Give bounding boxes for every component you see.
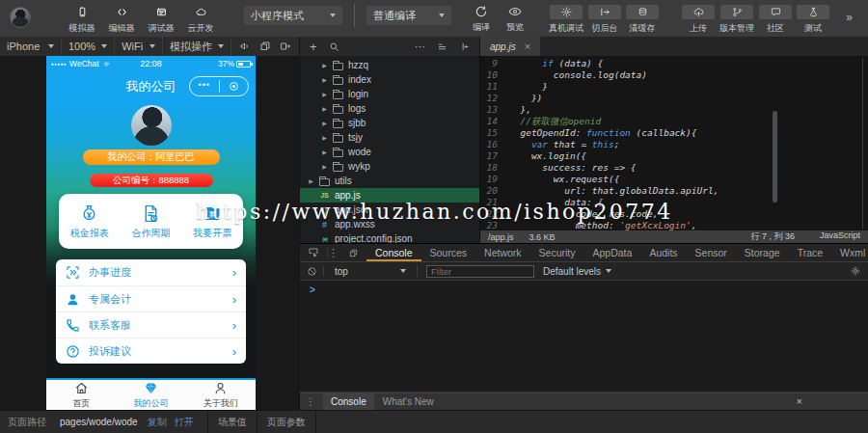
sound-icon[interactable]	[239, 41, 251, 52]
more-options-icon[interactable]: •••	[190, 85, 219, 88]
toolbar-action-button[interactable]: 社区	[759, 5, 792, 35]
network-select[interactable]: WiFi	[115, 37, 163, 56]
tree-row[interactable]: ▶ hzzq	[300, 58, 479, 72]
expand-arrow-icon[interactable]: ▶	[321, 105, 328, 112]
debugger-tab[interactable]: Sensor	[687, 244, 736, 261]
tree-row[interactable]: app.json	[300, 203, 479, 217]
debugger-tab[interactable]: Trace	[789, 244, 831, 261]
phone-tab[interactable]: 首页	[46, 380, 116, 410]
expand-arrow-icon[interactable]: ▶	[308, 177, 314, 184]
expand-arrow-icon[interactable]: ▶	[321, 163, 328, 170]
expand-arrow-icon[interactable]: ▶	[321, 149, 328, 155]
more-options-icon[interactable]: ⋮	[328, 247, 339, 259]
tree-row[interactable]: ▶ sjbb	[300, 116, 479, 130]
drawer-tab-whats-new[interactable]: What's New	[383, 396, 434, 407]
add-file-icon[interactable]: +	[310, 41, 317, 53]
menu-row[interactable]: 联系客服 ›	[56, 311, 246, 338]
console-settings-gear-icon[interactable]	[850, 265, 861, 277]
device-select[interactable]: iPhone 5	[0, 37, 62, 56]
drawer-menu-icon[interactable]: ⋮	[306, 396, 315, 407]
tree-row[interactable]: ▶ wode	[300, 145, 479, 159]
toolbar-action-button[interactable]: 测试	[797, 5, 829, 35]
scene-value-cell[interactable]: 场景值	[207, 411, 258, 433]
expand-arrow-icon[interactable]: ▶	[321, 134, 328, 141]
close-tab-icon[interactable]: ×	[525, 41, 530, 52]
panel-toggle-button[interactable]: 调试器	[145, 5, 177, 35]
compile-mode-select[interactable]: 普通编译	[366, 6, 451, 25]
simulate-operations-select[interactable]: 模拟操作	[163, 37, 231, 56]
debugger-tab[interactable]: Wxml	[831, 244, 868, 261]
quick-action[interactable]: 税金报表	[70, 203, 109, 240]
search-icon[interactable]	[329, 41, 339, 52]
panel-toggle-button[interactable]: 云开发	[184, 5, 217, 35]
toolbar-action-button[interactable]: 编译	[467, 5, 496, 34]
console-output[interactable]: >	[300, 281, 868, 392]
toolbar-overflow-button[interactable]: »	[846, 11, 853, 24]
toolbar-action-button[interactable]: 真机调试	[549, 5, 583, 35]
debugger-tab[interactable]: Console	[366, 244, 421, 261]
copy-path-link[interactable]: 复制	[148, 416, 167, 429]
console-filter-input[interactable]	[426, 265, 534, 278]
code-area[interactable]: 9 if (data) { 10 console.log(data) 11 } …	[480, 58, 868, 230]
expand-arrow-icon[interactable]: ▶	[321, 62, 328, 68]
tree-row[interactable]: ▶ tsjy	[300, 130, 479, 145]
user-avatar[interactable]	[10, 7, 31, 28]
debugger-tab[interactable]: Sources	[421, 244, 476, 261]
toolbar-action-button[interactable]: 切后台	[588, 5, 621, 35]
code-editor[interactable]: 9 if (data) { 10 console.log(data) 11 } …	[479, 56, 868, 243]
menu-row[interactable]: 投诉建议 ›	[56, 338, 246, 364]
panel-toggle-button[interactable]: 编辑器	[105, 5, 138, 35]
expand-arrow-icon[interactable]: ▶	[321, 91, 328, 97]
phone-tab[interactable]: 关于我们	[186, 380, 256, 410]
log-levels-select[interactable]: Default levels	[543, 266, 611, 277]
company-number-pill[interactable]: 公司编号：888888	[90, 174, 213, 187]
company-name-pill[interactable]: 我的公司：阿里巴巴	[83, 149, 220, 165]
collapse-sidebar-icon[interactable]	[459, 41, 470, 52]
language-label[interactable]: JavaScript	[820, 230, 860, 243]
more-icon[interactable]: ⋯	[415, 41, 425, 52]
expand-arrow-icon[interactable]: ▶	[321, 76, 328, 83]
outline-list-icon[interactable]	[437, 41, 448, 52]
toolbar-action-button[interactable]: 预览	[501, 5, 529, 34]
open-path-link[interactable]: 打开	[175, 416, 194, 429]
company-avatar[interactable]	[131, 105, 172, 146]
console-prompt[interactable]: >	[300, 281, 868, 295]
tree-row[interactable]: app.js	[300, 188, 479, 203]
debugger-tab[interactable]: AppData	[584, 244, 641, 261]
phone-tab[interactable]: 我的公司	[116, 380, 185, 410]
debugger-tab[interactable]: Storage	[736, 244, 789, 261]
tree-row[interactable]: ▶ logs	[300, 101, 479, 116]
debugger-tab[interactable]: Security	[530, 244, 584, 261]
toolbar-action-button[interactable]: 清缓存	[626, 5, 659, 35]
tree-row[interactable]: ▶ login	[300, 87, 479, 101]
quick-action[interactable]: 合作周期	[131, 203, 170, 240]
popout-window-icon[interactable]	[280, 41, 291, 52]
cursor-position-label[interactable]: 行 7 , 列 36	[750, 230, 795, 243]
expand-arrow-icon[interactable]: ▶	[321, 120, 328, 126]
quick-action[interactable]: 我要开票	[193, 203, 231, 240]
debugger-tab[interactable]: Audits	[640, 244, 686, 261]
tree-row[interactable]: app.wxss	[300, 217, 479, 231]
page-params-cell[interactable]: 页面参数	[258, 411, 316, 433]
toolbar-action-button[interactable]: 版本管理	[719, 5, 754, 35]
close-drawer-icon[interactable]: ×	[797, 396, 802, 407]
context-select[interactable]: top	[333, 266, 408, 277]
inspect-elements-icon[interactable]	[306, 248, 328, 258]
drawer-tab-console[interactable]: Console	[323, 393, 374, 410]
zoom-select[interactable]: 100%	[62, 37, 115, 56]
tree-row[interactable]: ▶ wykp	[300, 159, 479, 174]
tree-row[interactable]: project.config.json	[300, 231, 479, 243]
menu-row[interactable]: 专属会计 ›	[56, 285, 246, 311]
toolbar-action-button[interactable]: 上传	[682, 5, 715, 35]
minimize-target-icon[interactable]	[220, 81, 249, 92]
tree-row[interactable]: ▶ utils	[300, 174, 479, 188]
multi-window-icon[interactable]	[259, 41, 271, 52]
clear-console-icon[interactable]	[307, 266, 324, 277]
dock-side-icon[interactable]	[348, 248, 359, 258]
mode-select[interactable]: 小程序模式	[244, 6, 342, 25]
menu-row[interactable]: 办事进度 ›	[56, 259, 246, 285]
panel-toggle-button[interactable]: 模拟器	[66, 5, 98, 35]
editor-tab-appjs[interactable]: app.js ×	[480, 37, 540, 56]
debugger-tab[interactable]: Network	[475, 244, 530, 261]
editor-scrollbar[interactable]	[862, 58, 863, 229]
